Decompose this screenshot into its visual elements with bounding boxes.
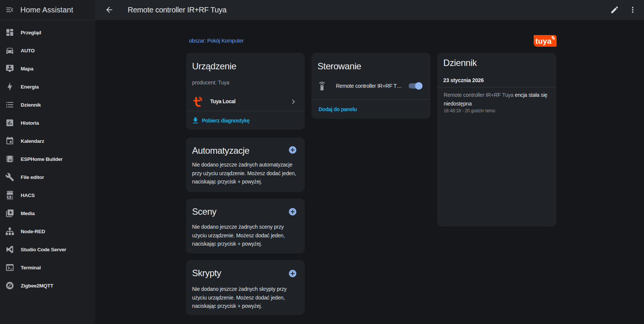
svg-text:HACS: HACS <box>7 198 13 200</box>
svg-text:tuya: tuya <box>536 37 552 45</box>
